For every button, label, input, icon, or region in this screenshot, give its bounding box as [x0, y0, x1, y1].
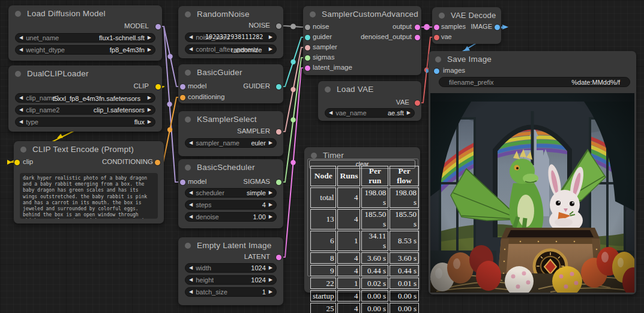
collapse-dot-icon[interactable]	[15, 11, 21, 17]
collapse-dot-icon[interactable]	[439, 13, 445, 19]
collapse-dot-icon[interactable]	[185, 165, 191, 171]
port-model-input[interactable]	[180, 180, 185, 185]
node-basic-scheduler[interactable]: BasicScheduler model SIGMAS ◀ scheduler …	[178, 159, 283, 228]
collapse-dot-icon[interactable]	[185, 243, 191, 249]
widget-scheduler[interactable]: ◀ scheduler simple ▶	[185, 188, 277, 198]
node-ksampler-select[interactable]: KSamplerSelect SAMPLER ◀ sampler_name eu…	[178, 111, 283, 156]
widget-clip-name2[interactable]: ◀ clip_name2 clip_l.safetensors ▶	[15, 105, 155, 115]
port-guider-output[interactable]	[276, 84, 281, 90]
stepper-left-icon[interactable]: ◀	[189, 202, 193, 207]
stepper-right-icon[interactable]: ▶	[269, 266, 272, 270]
stepper-left-icon[interactable]: ◀	[19, 108, 23, 112]
node-load-vae[interactable]: Load VAE VAE ◀ vae_name ae.sft ▶	[318, 81, 421, 121]
port-latent-image-input[interactable]	[305, 65, 310, 71]
node-timer[interactable]: Timer clear Node Runs Per run Per flow t…	[304, 147, 420, 293]
port-model-input[interactable]	[180, 84, 185, 90]
collapse-dot-icon[interactable]	[15, 71, 21, 77]
stepper-left-icon[interactable]: ◀	[189, 35, 193, 40]
collapse-dot-icon[interactable]	[435, 56, 441, 62]
port-image-output[interactable]	[495, 25, 500, 30]
stepper-left-icon[interactable]: ◀	[19, 96, 23, 100]
port-output-output[interactable]	[415, 25, 420, 30]
widget-weight-dtype[interactable]: ◀ weight_dtype fp8_e4m3fn ▶	[15, 45, 155, 55]
stepper-right-icon[interactable]: ▶	[148, 120, 151, 124]
stepper-right-icon[interactable]: ▶	[148, 96, 151, 100]
stepper-left-icon[interactable]: ◀	[189, 278, 193, 282]
prompt-textarea[interactable]: dark hyper realistic photo of a baby dra…	[20, 173, 158, 219]
collapse-dot-icon[interactable]	[185, 70, 191, 76]
widget-vae-name[interactable]: ◀ vae_name ae.sft ▶	[325, 108, 415, 118]
widget-batch-size[interactable]: ◀ batch_size 1 ▶	[185, 287, 277, 297]
collapse-dot-icon[interactable]	[185, 117, 191, 123]
stepper-right-icon[interactable]: ▶	[269, 202, 272, 207]
stepper-right-icon[interactable]: ▶	[269, 35, 272, 40]
widget-control-after-generate[interactable]: ◀ control_after_generate randomize ▶	[185, 44, 277, 54]
widget-clip-name1[interactable]: ◀ clip_name1 t5xxl_fp8_e4m3fn.safetensor…	[15, 93, 155, 103]
stepper-left-icon[interactable]: ◀	[19, 47, 23, 52]
node-empty-latent-image[interactable]: Empty Latent Image LATENT ◀ width 1024 ▶…	[178, 237, 283, 305]
stepper-right-icon[interactable]: ▶	[148, 108, 151, 112]
stepper-right-icon[interactable]: ▶	[269, 190, 272, 195]
stepper-right-icon[interactable]: ▶	[269, 214, 272, 219]
collapse-dot-icon[interactable]	[311, 153, 317, 159]
port-sigmas-input[interactable]	[305, 55, 310, 61]
stepper-left-icon[interactable]: ◀	[189, 47, 193, 52]
port-latent-output[interactable]	[276, 255, 281, 260]
node-save-image[interactable]: Save Image images filename_prefix %date:…	[429, 51, 636, 294]
stepper-left-icon[interactable]: ◀	[329, 111, 333, 115]
collapse-dot-icon[interactable]	[185, 11, 191, 17]
stepper-left-icon[interactable]: ◀	[19, 120, 23, 124]
port-vae-output[interactable]	[415, 100, 420, 106]
port-clip-output[interactable]	[155, 84, 161, 90]
stepper-left-icon[interactable]: ◀	[189, 214, 193, 219]
port-vae-input[interactable]	[434, 35, 439, 40]
node-random-noise[interactable]: RandomNoise NOISE ◀ noise_seed 102237293…	[178, 6, 283, 58]
port-model-output[interactable]	[155, 24, 161, 29]
node-basic-guider[interactable]: BasicGuider model GUIDER conditioning	[178, 64, 283, 103]
node-clip-text-encode[interactable]: CLIP Text Encode (Prompt) clip CONDITION…	[14, 141, 164, 223]
collapse-dot-icon[interactable]	[310, 11, 316, 17]
widget-height[interactable]: ◀ height 1024 ▶	[185, 275, 277, 285]
stepper-left-icon[interactable]: ◀	[189, 266, 193, 270]
timer-col-header: Per run	[361, 166, 388, 186]
widget-width[interactable]: ◀ width 1024 ▶	[185, 263, 277, 273]
port-noise-output[interactable]	[276, 23, 281, 29]
node-sampler-custom-advanced[interactable]: SamplerCustomAdvanced noise guider sampl…	[303, 6, 421, 75]
collapse-dot-icon[interactable]	[20, 147, 26, 153]
widget-denoise[interactable]: ◀ denoise 1.00 ▶	[185, 212, 277, 222]
timer-cell: 0.00 s	[390, 290, 419, 302]
port-conditioning-output[interactable]	[155, 160, 160, 165]
widget-filename-prefix[interactable]: filename_prefix %date:MMdd%/f	[439, 77, 630, 87]
widget-unet-name[interactable]: ◀ unet_name flux1-schnell.sft ▶	[15, 33, 155, 43]
stepper-right-icon[interactable]: ▶	[269, 290, 272, 294]
widget-noise-seed[interactable]: ◀ noise_seed 1022372938111282 ▶	[185, 32, 277, 42]
stepper-left-icon[interactable]: ◀	[189, 141, 193, 145]
input-label: guider	[313, 33, 332, 40]
port-clip-input[interactable]	[14, 160, 20, 165]
collapse-dot-icon[interactable]	[325, 87, 331, 93]
stepper-right-icon[interactable]: ▶	[269, 141, 272, 145]
port-noise-input[interactable]	[305, 25, 310, 30]
stepper-left-icon[interactable]: ◀	[189, 190, 193, 195]
port-sigmas-output[interactable]	[276, 180, 281, 185]
widget-type[interactable]: ◀ type flux ▶	[15, 117, 155, 127]
stepper-right-icon[interactable]: ▶	[407, 111, 411, 115]
port-conditioning-input[interactable]	[180, 95, 185, 100]
stepper-left-icon[interactable]: ◀	[19, 35, 23, 40]
node-load-diffusion-model[interactable]: Load Diffusion Model MODEL ◀ unet_name f…	[8, 5, 162, 61]
port-images-input[interactable]	[434, 68, 439, 74]
stepper-right-icon[interactable]: ▶	[269, 278, 272, 282]
stepper-right-icon[interactable]: ▶	[148, 47, 151, 52]
port-samples-input[interactable]	[434, 25, 439, 30]
port-denoised-output-output[interactable]	[415, 35, 420, 40]
port-sampler-input[interactable]	[305, 45, 310, 50]
stepper-left-icon[interactable]: ◀	[189, 290, 193, 294]
widget-sampler-name[interactable]: ◀ sampler_name euler ▶	[185, 138, 277, 148]
stepper-right-icon[interactable]: ▶	[148, 35, 151, 40]
port-sampler-output[interactable]	[276, 129, 281, 135]
stepper-right-icon[interactable]: ▶	[269, 47, 272, 52]
node-vae-decode[interactable]: VAE Decode samples vae IMAGE	[432, 7, 501, 44]
widget-steps[interactable]: ◀ steps 4 ▶	[185, 200, 277, 210]
node-dual-clip-loader[interactable]: DualCLIPLoader CLIP ◀ clip_name1 t5xxl_f…	[8, 65, 162, 132]
port-guider-input[interactable]	[305, 35, 310, 40]
